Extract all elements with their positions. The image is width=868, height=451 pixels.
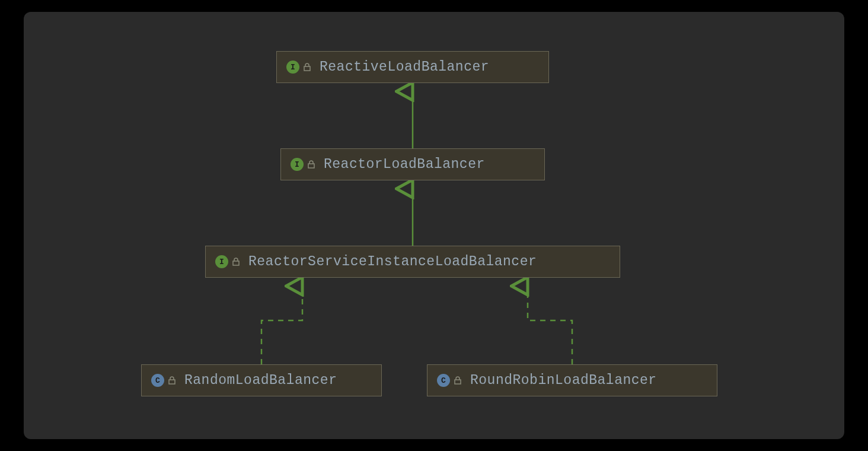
class-icon: C: [151, 374, 164, 387]
node-label: ReactorLoadBalancer: [324, 157, 485, 172]
lock-icon: [232, 258, 240, 266]
interface-icon: I: [291, 158, 304, 171]
node-reactive-load-balancer[interactable]: I ReactiveLoadBalancer: [276, 51, 549, 83]
node-random-load-balancer[interactable]: C RandomLoadBalancer: [141, 364, 382, 396]
lock-icon: [307, 160, 315, 169]
node-label: ReactiveLoadBalancer: [320, 59, 489, 75]
node-label: ReactorServiceInstanceLoadBalancer: [248, 254, 537, 269]
class-icon: C: [437, 374, 450, 387]
node-label: RandomLoadBalancer: [184, 373, 337, 388]
lock-icon: [454, 376, 462, 385]
diagram-panel: I ReactiveLoadBalancer I ReactorLoadBala…: [24, 12, 844, 439]
node-reactor-load-balancer[interactable]: I ReactorLoadBalancer: [280, 148, 545, 180]
lock-icon: [168, 376, 176, 385]
interface-icon: I: [286, 61, 299, 74]
node-label: RoundRobinLoadBalancer: [470, 373, 657, 388]
interface-icon: I: [215, 255, 228, 268]
node-round-robin-load-balancer[interactable]: C RoundRobinLoadBalancer: [427, 364, 717, 396]
node-reactor-service-instance-load-balancer[interactable]: I ReactorServiceInstanceLoadBalancer: [205, 246, 620, 278]
lock-icon: [303, 63, 311, 71]
